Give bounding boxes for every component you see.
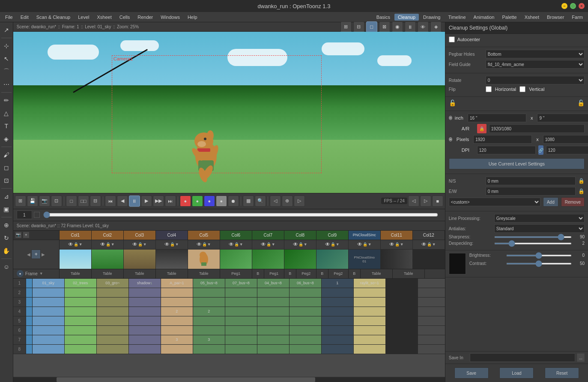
menu-windows[interactable]: Windows	[157, 14, 183, 21]
height-inch-input[interactable]	[537, 114, 588, 122]
cell-6-9[interactable]	[290, 326, 322, 335]
view-btn-preview[interactable]: ◈	[430, 21, 442, 33]
cell-4-7[interactable]	[225, 307, 257, 316]
cell-2-pn[interactable]	[322, 288, 354, 297]
col-6-eye[interactable]: 👁	[229, 241, 234, 247]
cell-4-pn[interactable]	[322, 307, 354, 316]
cell-4-5[interactable]: 2	[161, 307, 193, 316]
contrast-slider[interactable]	[506, 263, 572, 265]
cell-6-4[interactable]	[129, 326, 161, 335]
col-1-eye[interactable]: 👁	[68, 241, 73, 247]
cell-2-5[interactable]	[161, 288, 193, 297]
tool-geo[interactable]: △	[0, 107, 12, 119]
reset-btn[interactable]: Reset	[545, 367, 579, 379]
menu-level[interactable]: Level	[75, 14, 93, 21]
tab-xsheet[interactable]: Xsheet	[521, 14, 543, 21]
dpi-lock-btn[interactable]: 🔗	[538, 145, 543, 155]
cell-5-11[interactable]	[354, 316, 386, 325]
tab-browser[interactable]: Browser	[543, 14, 567, 21]
menu-scan[interactable]: Scan & Cleanup	[33, 14, 74, 21]
tool-select[interactable]: ⊹	[0, 40, 12, 52]
cell-1-pn[interactable]: 1	[322, 279, 354, 288]
sharpness-slider[interactable]	[494, 236, 572, 238]
vp-fps-inc[interactable]: ▷	[420, 196, 431, 207]
cell-7-5[interactable]: 3	[161, 335, 193, 344]
flip-h-checkbox[interactable]	[486, 86, 492, 92]
col-5-eye[interactable]: 👁	[197, 241, 202, 247]
cell-6-2[interactable]	[65, 326, 97, 335]
tool-tape[interactable]: ⊡	[0, 174, 12, 186]
cell-7-3[interactable]	[97, 335, 129, 344]
tool-plastic2[interactable]: ☺	[0, 261, 12, 273]
vp-compare[interactable]: ⊡	[51, 196, 62, 207]
col-7-eye[interactable]: 👁	[261, 241, 266, 247]
cell-3-6[interactable]	[193, 298, 225, 307]
col-3-more[interactable]: ▼	[143, 242, 147, 247]
cell-5-12[interactable]	[386, 316, 418, 325]
timeline-scrollbar-h[interactable]	[13, 377, 445, 382]
pixels-radio[interactable]	[449, 137, 452, 141]
autocenter-checkbox[interactable]	[449, 36, 455, 42]
cell-3-11[interactable]	[354, 298, 386, 307]
vp-color4[interactable]: ●	[216, 196, 227, 207]
vp-next[interactable]: ▶▶	[153, 196, 164, 207]
custom-select[interactable]: <custom>	[449, 198, 540, 206]
col-pn-lock[interactable]: 🔒	[363, 242, 367, 247]
col-12-more[interactable]: ▼	[432, 242, 436, 247]
cell-1-2[interactable]: 02_trees	[65, 279, 97, 288]
col-9-lock[interactable]: 🔒	[331, 242, 335, 247]
cell-6-5[interactable]	[161, 326, 193, 335]
vp-view3[interactable]: ⊟	[90, 196, 101, 207]
add-layer-btn[interactable]: +	[31, 250, 41, 259]
cell-7-1[interactable]	[33, 335, 65, 344]
cell-2-1[interactable]	[33, 288, 65, 297]
view-btn-eye[interactable]: 👁	[418, 21, 429, 33]
frame-color-indicator[interactable]: ●	[17, 270, 24, 277]
cell-4-2[interactable]	[65, 307, 97, 316]
col-11-more[interactable]: ▼	[400, 242, 404, 247]
cell-8-6[interactable]	[193, 345, 225, 354]
col-11-eye[interactable]: 👁	[389, 241, 394, 247]
tab-palette[interactable]: Palette	[498, 14, 520, 21]
menu-xsheet[interactable]: Xsheet	[94, 14, 115, 21]
col-9-eye[interactable]: 👁	[325, 241, 330, 247]
ns-input[interactable]	[486, 177, 576, 185]
cell-2-12[interactable]	[386, 288, 418, 297]
col-pn-eye[interactable]: 👁	[357, 241, 362, 247]
cell-7-12[interactable]	[386, 335, 418, 344]
flip-v-checkbox[interactable]	[519, 86, 525, 92]
menu-render[interactable]: Render	[134, 14, 156, 21]
vp-prev[interactable]: ◀	[117, 196, 128, 207]
col-6-lock[interactable]: 🔒	[234, 242, 239, 247]
vp-save[interactable]: 💾	[27, 196, 38, 207]
cell-3-9[interactable]	[290, 298, 322, 307]
cell-6-11[interactable]	[354, 326, 386, 335]
use-current-btn[interactable]: Use Current Level Settings	[449, 158, 585, 169]
col-4-lock[interactable]: 🔒	[170, 242, 175, 247]
view-btn-1[interactable]: ⊞	[340, 21, 352, 33]
cell-4-1[interactable]	[33, 307, 65, 316]
cell-7-8[interactable]	[257, 335, 290, 344]
cell-6-7[interactable]	[225, 326, 257, 335]
cell-3-4[interactable]	[129, 298, 161, 307]
close-button[interactable]: ×	[579, 3, 585, 9]
col-2-lock[interactable]: 🔒	[106, 242, 110, 247]
view-btn-5[interactable]: ◉	[392, 21, 403, 33]
cell-4-6[interactable]: 2	[193, 307, 225, 316]
ns-lock-icon[interactable]: 🔒	[578, 178, 585, 184]
cell-5-9[interactable]	[290, 316, 322, 325]
cell-1-8[interactable]: 04_bus~8	[257, 279, 290, 288]
cell-5-6[interactable]	[193, 316, 225, 325]
add-btn[interactable]: Add	[543, 197, 558, 207]
line-processing-select[interactable]: Greyscale Color None	[494, 214, 585, 223]
tool-brush[interactable]: ✏	[0, 94, 12, 106]
brightness-slider[interactable]	[506, 255, 572, 256]
cell-8-11[interactable]	[354, 345, 386, 354]
cell-1-5[interactable]: A_pai~1	[161, 279, 193, 288]
cell-6-6[interactable]	[193, 326, 225, 335]
tool-rgb[interactable]: ▣	[0, 203, 12, 215]
cell-7-11[interactable]	[354, 335, 386, 344]
tab-cleanup[interactable]: Cleanup	[394, 14, 419, 21]
vp-capture[interactable]: 📷	[39, 196, 50, 207]
save-btn[interactable]: Save	[454, 367, 489, 379]
